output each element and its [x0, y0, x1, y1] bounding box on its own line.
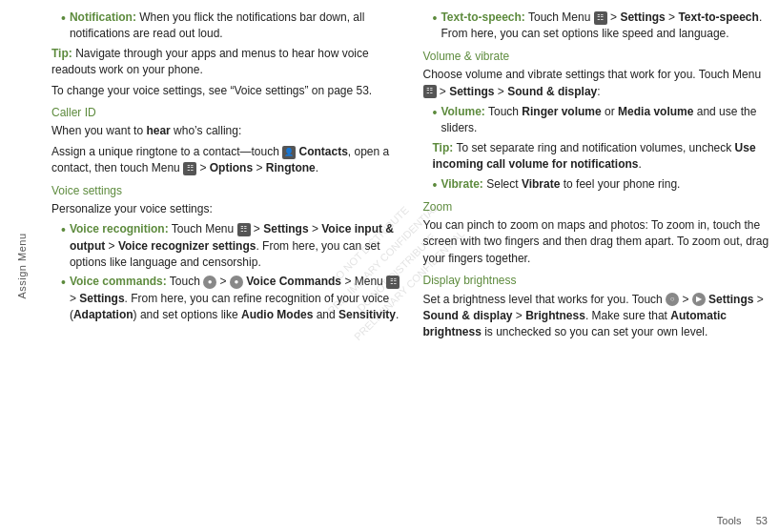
- caller-id-detail: Assign a unique ringtone to a contact—to…: [51, 144, 400, 177]
- left-column: • Notification: When you flick the notif…: [51, 10, 416, 522]
- notification-label: Notification:: [70, 10, 136, 24]
- notification-text: Notification: When you flick the notific…: [70, 10, 400, 43]
- tip1-paragraph: Tip: Navigate through your apps and menu…: [51, 46, 400, 79]
- tip1-text: Navigate through your apps and menus to …: [51, 47, 369, 76]
- zoom-heading: Zoom: [423, 199, 772, 215]
- assign-menu-label: Assign Menu: [16, 233, 28, 298]
- volume-text: Volume: Touch Ringer volume or Media vol…: [441, 104, 771, 137]
- bullet-dot-vol: •: [433, 104, 438, 137]
- notification-item: • Notification: When you flick the notif…: [61, 10, 400, 43]
- brightness-icon: ○: [666, 293, 679, 306]
- bullet-dot-vib: •: [433, 176, 438, 194]
- footer: Tools 53: [717, 515, 768, 526]
- contacts-icon: 👤: [282, 146, 296, 159]
- tip2-paragraph: Tip: To set separate ring and notificati…: [433, 140, 772, 174]
- display-brightness-heading: Display brightness: [423, 273, 772, 289]
- tts-text: Text-to-speech: Touch Menu ☷ > Settings …: [441, 10, 771, 43]
- voice-settings-heading: Voice settings: [51, 183, 400, 199]
- menu-icon-2: ☷: [237, 223, 251, 236]
- tip1-label: Tip:: [51, 47, 72, 60]
- main-content: • Notification: When you flick the notif…: [44, 0, 779, 532]
- right-column: • Text-to-speech: Touch Menu ☷ > Setting…: [416, 10, 772, 522]
- mic-icon: ●: [203, 276, 216, 289]
- footer-page: 53: [756, 515, 768, 526]
- vc-icon: ●: [230, 276, 243, 289]
- voice-commands-item: • Voice commands: Touch ● > ● Voice Comm…: [61, 274, 400, 323]
- tip2-label: Tip:: [433, 141, 454, 154]
- sidebar: Assign Menu: [0, 0, 44, 532]
- volume-vibrate-intro: Choose volume and vibrate settings that …: [423, 67, 772, 100]
- tip2-text: To set separate ring and notification vo…: [433, 141, 756, 171]
- zoom-text: You can pinch to zoom on maps and photos…: [423, 217, 772, 267]
- vibrate-text: Vibrate: Select Vibrate to feel your pho…: [441, 176, 771, 194]
- caller-id-intro: When you want to hear who’s calling:: [51, 123, 400, 139]
- bullet-dot-notification: •: [61, 10, 66, 43]
- menu-icon-3: ☷: [386, 276, 400, 289]
- tts-label: Text-to-speech:: [441, 10, 524, 24]
- tts-item: • Text-to-speech: Touch Menu ☷ > Setting…: [433, 10, 772, 43]
- vibrate-label: Vibrate:: [441, 177, 482, 191]
- voice-commands-label: Voice commands:: [70, 275, 167, 288]
- volume-item: • Volume: Touch Ringer volume or Media v…: [433, 104, 772, 137]
- change-voice-text: To change your voice settings, see “Voic…: [51, 83, 400, 99]
- vibrate-item: • Vibrate: Select Vibrate to feel your p…: [433, 176, 772, 194]
- voice-settings-intro: Personalize your voice settings:: [51, 201, 400, 217]
- settings-icon: ▶: [692, 293, 706, 306]
- footer-section: Tools: [717, 515, 742, 526]
- caller-id-heading: Caller ID: [51, 105, 400, 121]
- bullet-dot-tts: •: [433, 10, 438, 43]
- voice-recognition-text: Voice recognition: Touch Menu ☷ > Settin…: [70, 221, 400, 271]
- voice-recognition-label: Voice recognition:: [70, 222, 169, 235]
- display-brightness-text: Set a brightness level that works for yo…: [423, 292, 772, 341]
- menu-icon-1: ☷: [183, 162, 196, 175]
- voice-commands-text: Voice commands: Touch ● > ● Voice Comman…: [70, 274, 400, 323]
- volume-label: Volume:: [441, 105, 484, 118]
- volume-vibrate-heading: Volume & vibrate: [423, 49, 772, 65]
- bullet-dot-vr: •: [61, 221, 66, 271]
- page: Assign Menu • Notification: When you fli…: [0, 0, 779, 532]
- menu-icon-5: ☷: [423, 85, 437, 98]
- voice-recognition-item: • Voice recognition: Touch Menu ☷ > Sett…: [61, 221, 400, 271]
- bullet-dot-vc: •: [61, 274, 66, 323]
- menu-icon-4: ☷: [594, 11, 607, 25]
